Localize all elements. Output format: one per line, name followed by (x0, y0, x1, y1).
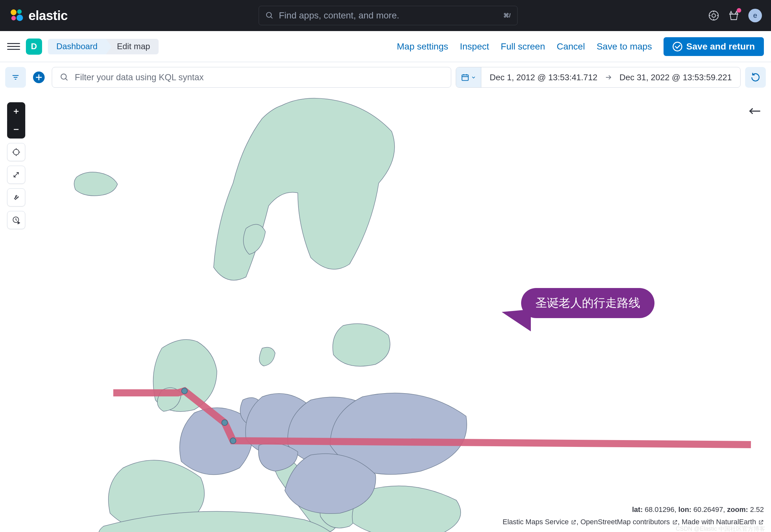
calendar-icon (461, 73, 469, 82)
attrib-osm[interactable]: OpenStreetMap contributors (580, 518, 670, 526)
expand-icon (12, 171, 20, 179)
kql-search-input[interactable]: Filter your data using KQL syntax (52, 67, 451, 88)
refresh-button[interactable] (745, 67, 766, 88)
plus-icon (13, 108, 20, 115)
save-and-return-button[interactable]: Save and return (664, 37, 764, 56)
map-canvas[interactable]: 圣诞老人的行走路线 lat: 68.01296, lon: 60.26497, … (0, 93, 771, 532)
callout-tail (502, 309, 531, 331)
kql-placeholder: Filter your data using KQL syntax (75, 72, 204, 83)
svg-point-3 (17, 15, 23, 21)
global-header: elastic Find apps, content, and more. ⌘/… (0, 0, 771, 31)
newsfeed-icon[interactable] (728, 10, 739, 21)
attrib-ems[interactable]: Elastic Maps Service (503, 518, 569, 526)
brand-name: elastic (28, 8, 68, 23)
map-svg (0, 93, 771, 532)
svg-line-16 (66, 79, 68, 81)
avatar-letter: e (753, 11, 757, 20)
svg-point-15 (61, 74, 66, 79)
svg-point-4 (266, 12, 271, 17)
breadcrumb-dashboard[interactable]: Dashboard (48, 39, 106, 54)
brand-logo[interactable]: elastic (9, 8, 68, 23)
space-badge[interactable]: D (26, 39, 42, 55)
annotation-text: 圣诞老人的行走路线 (521, 288, 654, 318)
clock-play-icon (12, 216, 20, 224)
help-icon[interactable] (708, 10, 719, 21)
breadcrumbs: Dashboard Edit map (48, 39, 159, 54)
timeslider-button[interactable] (7, 211, 25, 229)
global-search[interactable]: Find apps, content, and more. ⌘/ (259, 6, 518, 25)
toggle-layers-button[interactable] (748, 107, 761, 116)
zoom-group (7, 102, 25, 139)
svg-rect-17 (462, 75, 469, 80)
search-icon (265, 11, 274, 20)
query-bar: Filter your data using KQL syntax Dec 1,… (0, 62, 771, 93)
svg-line-33 (14, 172, 18, 177)
svg-line-5 (271, 17, 272, 18)
breadcrumb-current: Edit map (106, 39, 159, 54)
fit-data-button[interactable] (7, 143, 25, 161)
coordinates-display: lat: 68.01296, lon: 60.26497, zoom: 2.52 (632, 505, 764, 514)
minus-icon (13, 126, 20, 133)
plus-icon (33, 72, 45, 83)
annotation-callout: 圣诞老人的行走路线 (521, 288, 654, 318)
svg-point-2 (11, 16, 16, 20)
crosshair-icon (12, 148, 20, 156)
save-to-maps-button[interactable]: Save to maps (597, 41, 652, 52)
app-action-bar: D Dashboard Edit map Map settings Inspec… (0, 31, 771, 62)
map-toolbar (7, 102, 25, 229)
svg-point-24 (230, 438, 236, 444)
filter-options-button[interactable] (5, 67, 26, 88)
cancel-button[interactable]: Cancel (557, 41, 585, 52)
inspect-button[interactable]: Inspect (460, 41, 489, 52)
svg-marker-35 (18, 222, 19, 224)
time-range-picker[interactable]: Dec 1, 2012 @ 13:53:41.712 Dec 31, 2022 … (456, 67, 741, 88)
nav-toggle-button[interactable] (7, 40, 20, 53)
svg-point-1 (17, 9, 22, 14)
svg-point-7 (712, 14, 715, 17)
chevron-down-icon (471, 75, 476, 80)
tools-button[interactable] (7, 188, 25, 206)
svg-point-0 (11, 9, 17, 15)
action-links: Map settings Inspect Full screen Cancel … (397, 37, 764, 56)
time-range-display: Dec 1, 2012 @ 13:53:41.712 Dec 31, 2022 … (481, 72, 740, 83)
search-icon (60, 73, 69, 82)
header-icons: e (708, 9, 762, 22)
time-to[interactable]: Dec 31, 2022 @ 13:53:59.221 (620, 72, 732, 83)
zoom-in-button[interactable] (7, 102, 25, 120)
check-circle-icon (673, 42, 682, 51)
svg-point-23 (222, 420, 228, 426)
time-from[interactable]: Dec 1, 2012 @ 13:53:41.712 (490, 72, 598, 83)
full-screen-button[interactable]: Full screen (501, 41, 545, 52)
watermark-text: CSDN @Elastic 中国社区官方博客 (676, 525, 765, 532)
svg-point-28 (13, 149, 19, 155)
map-settings-button[interactable]: Map settings (397, 41, 448, 52)
filter-icon (11, 73, 20, 82)
arrow-right-icon (605, 73, 612, 81)
global-search-shortcut: ⌘/ (503, 12, 511, 19)
external-link-icon (571, 519, 576, 525)
collapse-icon (748, 107, 761, 116)
calendar-button[interactable] (456, 67, 481, 87)
expand-button[interactable] (7, 166, 25, 184)
svg-point-22 (182, 388, 187, 394)
zoom-out-button[interactable] (7, 120, 25, 139)
notification-dot (737, 8, 741, 13)
wrench-icon (12, 193, 20, 202)
external-link-icon (672, 519, 678, 525)
external-link-icon (758, 519, 764, 525)
global-search-placeholder: Find apps, content, and more. (279, 10, 498, 21)
add-filter-button[interactable] (30, 67, 47, 88)
refresh-icon (751, 72, 760, 82)
user-avatar[interactable]: e (748, 9, 762, 22)
save-and-return-label: Save and return (686, 41, 755, 52)
elastic-logo-icon (9, 8, 25, 23)
